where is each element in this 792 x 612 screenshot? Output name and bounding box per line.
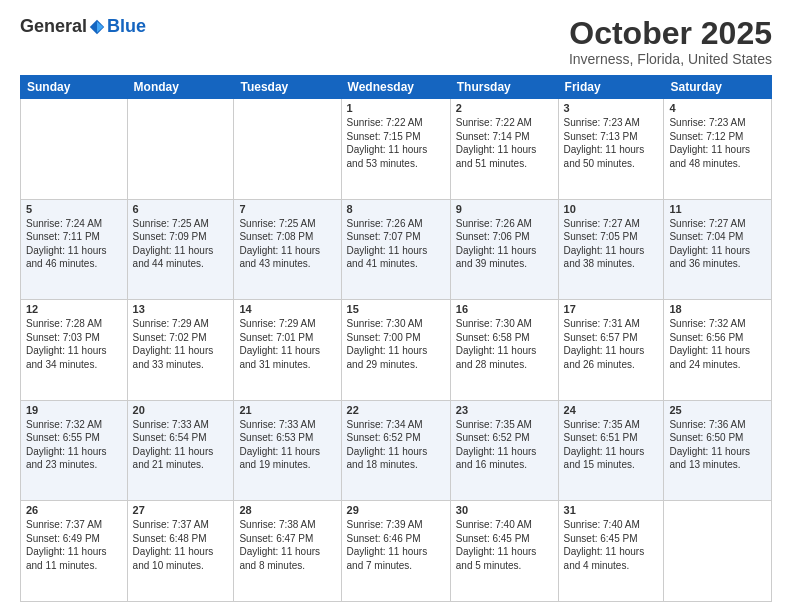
day-number: 23: [456, 404, 553, 416]
calendar-cell: 20Sunrise: 7:33 AM Sunset: 6:54 PM Dayli…: [127, 400, 234, 501]
day-number: 10: [564, 203, 659, 215]
cell-info: Sunrise: 7:36 AM Sunset: 6:50 PM Dayligh…: [669, 418, 766, 472]
days-header-row: Sunday Monday Tuesday Wednesday Thursday…: [21, 76, 772, 99]
calendar-cell: 3Sunrise: 7:23 AM Sunset: 7:13 PM Daylig…: [558, 99, 664, 200]
calendar-cell: [127, 99, 234, 200]
calendar-cell: 16Sunrise: 7:30 AM Sunset: 6:58 PM Dayli…: [450, 300, 558, 401]
cell-info: Sunrise: 7:26 AM Sunset: 7:07 PM Dayligh…: [347, 217, 445, 271]
header-saturday: Saturday: [664, 76, 772, 99]
title-block: October 2025 Inverness, Florida, United …: [569, 16, 772, 67]
header-friday: Friday: [558, 76, 664, 99]
calendar-cell: 24Sunrise: 7:35 AM Sunset: 6:51 PM Dayli…: [558, 400, 664, 501]
calendar-cell: 12Sunrise: 7:28 AM Sunset: 7:03 PM Dayli…: [21, 300, 128, 401]
day-number: 15: [347, 303, 445, 315]
header: General Blue October 2025 Inverness, Flo…: [20, 16, 772, 67]
cell-info: Sunrise: 7:32 AM Sunset: 6:55 PM Dayligh…: [26, 418, 122, 472]
calendar-cell: 31Sunrise: 7:40 AM Sunset: 6:45 PM Dayli…: [558, 501, 664, 602]
day-number: 7: [239, 203, 335, 215]
calendar-cell: 14Sunrise: 7:29 AM Sunset: 7:01 PM Dayli…: [234, 300, 341, 401]
cell-info: Sunrise: 7:35 AM Sunset: 6:51 PM Dayligh…: [564, 418, 659, 472]
month-title: October 2025: [569, 16, 772, 51]
cell-info: Sunrise: 7:26 AM Sunset: 7:06 PM Dayligh…: [456, 217, 553, 271]
week-row-1: 1Sunrise: 7:22 AM Sunset: 7:15 PM Daylig…: [21, 99, 772, 200]
calendar-cell: 22Sunrise: 7:34 AM Sunset: 6:52 PM Dayli…: [341, 400, 450, 501]
day-number: 12: [26, 303, 122, 315]
cell-info: Sunrise: 7:28 AM Sunset: 7:03 PM Dayligh…: [26, 317, 122, 371]
cell-info: Sunrise: 7:34 AM Sunset: 6:52 PM Dayligh…: [347, 418, 445, 472]
header-sunday: Sunday: [21, 76, 128, 99]
calendar-cell: 15Sunrise: 7:30 AM Sunset: 7:00 PM Dayli…: [341, 300, 450, 401]
cell-info: Sunrise: 7:40 AM Sunset: 6:45 PM Dayligh…: [456, 518, 553, 572]
day-number: 28: [239, 504, 335, 516]
calendar-cell: 17Sunrise: 7:31 AM Sunset: 6:57 PM Dayli…: [558, 300, 664, 401]
calendar-cell: 25Sunrise: 7:36 AM Sunset: 6:50 PM Dayli…: [664, 400, 772, 501]
day-number: 29: [347, 504, 445, 516]
cell-info: Sunrise: 7:24 AM Sunset: 7:11 PM Dayligh…: [26, 217, 122, 271]
day-number: 24: [564, 404, 659, 416]
day-number: 6: [133, 203, 229, 215]
cell-info: Sunrise: 7:25 AM Sunset: 7:09 PM Dayligh…: [133, 217, 229, 271]
day-number: 25: [669, 404, 766, 416]
calendar-cell: 26Sunrise: 7:37 AM Sunset: 6:49 PM Dayli…: [21, 501, 128, 602]
cell-info: Sunrise: 7:29 AM Sunset: 7:01 PM Dayligh…: [239, 317, 335, 371]
calendar-cell: 29Sunrise: 7:39 AM Sunset: 6:46 PM Dayli…: [341, 501, 450, 602]
calendar-cell: 2Sunrise: 7:22 AM Sunset: 7:14 PM Daylig…: [450, 99, 558, 200]
calendar-cell: 21Sunrise: 7:33 AM Sunset: 6:53 PM Dayli…: [234, 400, 341, 501]
calendar-cell: 11Sunrise: 7:27 AM Sunset: 7:04 PM Dayli…: [664, 199, 772, 300]
calendar-cell: 19Sunrise: 7:32 AM Sunset: 6:55 PM Dayli…: [21, 400, 128, 501]
calendar-cell: 13Sunrise: 7:29 AM Sunset: 7:02 PM Dayli…: [127, 300, 234, 401]
day-number: 8: [347, 203, 445, 215]
cell-info: Sunrise: 7:33 AM Sunset: 6:53 PM Dayligh…: [239, 418, 335, 472]
day-number: 13: [133, 303, 229, 315]
cell-info: Sunrise: 7:37 AM Sunset: 6:48 PM Dayligh…: [133, 518, 229, 572]
day-number: 14: [239, 303, 335, 315]
calendar-cell: [664, 501, 772, 602]
day-number: 5: [26, 203, 122, 215]
week-row-5: 26Sunrise: 7:37 AM Sunset: 6:49 PM Dayli…: [21, 501, 772, 602]
calendar-cell: 18Sunrise: 7:32 AM Sunset: 6:56 PM Dayli…: [664, 300, 772, 401]
day-number: 22: [347, 404, 445, 416]
logo-blue-text: Blue: [107, 16, 146, 37]
page: General Blue October 2025 Inverness, Flo…: [0, 0, 792, 612]
cell-info: Sunrise: 7:29 AM Sunset: 7:02 PM Dayligh…: [133, 317, 229, 371]
day-number: 11: [669, 203, 766, 215]
logo-icon: [88, 18, 106, 36]
cell-info: Sunrise: 7:30 AM Sunset: 7:00 PM Dayligh…: [347, 317, 445, 371]
calendar-cell: 7Sunrise: 7:25 AM Sunset: 7:08 PM Daylig…: [234, 199, 341, 300]
calendar: Sunday Monday Tuesday Wednesday Thursday…: [20, 75, 772, 602]
calendar-cell: 30Sunrise: 7:40 AM Sunset: 6:45 PM Dayli…: [450, 501, 558, 602]
calendar-cell: 27Sunrise: 7:37 AM Sunset: 6:48 PM Dayli…: [127, 501, 234, 602]
cell-info: Sunrise: 7:23 AM Sunset: 7:12 PM Dayligh…: [669, 116, 766, 170]
calendar-cell: 28Sunrise: 7:38 AM Sunset: 6:47 PM Dayli…: [234, 501, 341, 602]
calendar-cell: 10Sunrise: 7:27 AM Sunset: 7:05 PM Dayli…: [558, 199, 664, 300]
day-number: 30: [456, 504, 553, 516]
cell-info: Sunrise: 7:35 AM Sunset: 6:52 PM Dayligh…: [456, 418, 553, 472]
day-number: 2: [456, 102, 553, 114]
cell-info: Sunrise: 7:39 AM Sunset: 6:46 PM Dayligh…: [347, 518, 445, 572]
calendar-cell: 1Sunrise: 7:22 AM Sunset: 7:15 PM Daylig…: [341, 99, 450, 200]
day-number: 17: [564, 303, 659, 315]
cell-info: Sunrise: 7:23 AM Sunset: 7:13 PM Dayligh…: [564, 116, 659, 170]
calendar-cell: 23Sunrise: 7:35 AM Sunset: 6:52 PM Dayli…: [450, 400, 558, 501]
header-monday: Monday: [127, 76, 234, 99]
day-number: 20: [133, 404, 229, 416]
day-number: 1: [347, 102, 445, 114]
cell-info: Sunrise: 7:25 AM Sunset: 7:08 PM Dayligh…: [239, 217, 335, 271]
cell-info: Sunrise: 7:22 AM Sunset: 7:15 PM Dayligh…: [347, 116, 445, 170]
location: Inverness, Florida, United States: [569, 51, 772, 67]
cell-info: Sunrise: 7:33 AM Sunset: 6:54 PM Dayligh…: [133, 418, 229, 472]
week-row-4: 19Sunrise: 7:32 AM Sunset: 6:55 PM Dayli…: [21, 400, 772, 501]
logo-general-text: General: [20, 16, 87, 37]
cell-info: Sunrise: 7:31 AM Sunset: 6:57 PM Dayligh…: [564, 317, 659, 371]
calendar-cell: 4Sunrise: 7:23 AM Sunset: 7:12 PM Daylig…: [664, 99, 772, 200]
day-number: 3: [564, 102, 659, 114]
cell-info: Sunrise: 7:22 AM Sunset: 7:14 PM Dayligh…: [456, 116, 553, 170]
day-number: 19: [26, 404, 122, 416]
cell-info: Sunrise: 7:38 AM Sunset: 6:47 PM Dayligh…: [239, 518, 335, 572]
cell-info: Sunrise: 7:27 AM Sunset: 7:05 PM Dayligh…: [564, 217, 659, 271]
logo: General Blue: [20, 16, 146, 37]
calendar-cell: 8Sunrise: 7:26 AM Sunset: 7:07 PM Daylig…: [341, 199, 450, 300]
calendar-cell: [21, 99, 128, 200]
cell-info: Sunrise: 7:37 AM Sunset: 6:49 PM Dayligh…: [26, 518, 122, 572]
calendar-cell: 9Sunrise: 7:26 AM Sunset: 7:06 PM Daylig…: [450, 199, 558, 300]
